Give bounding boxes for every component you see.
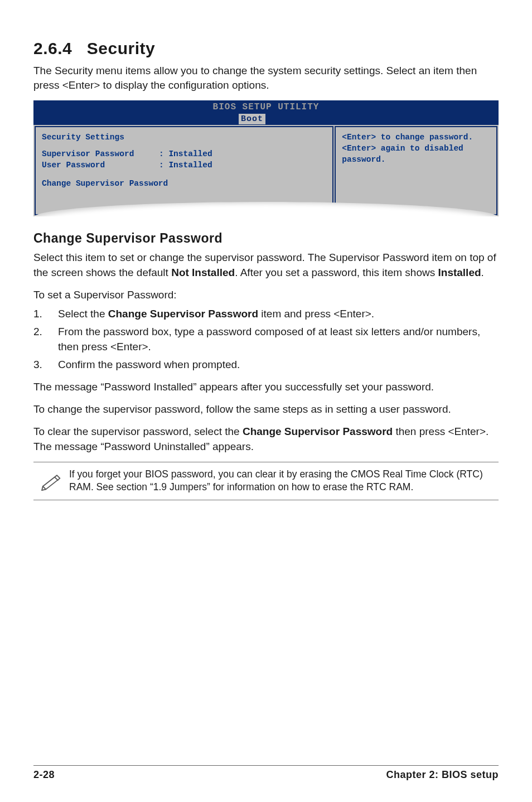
intro-paragraph: The Security menu items allow you to cha… <box>33 64 499 93</box>
bios-supervisor-value: : Installed <box>159 149 212 158</box>
bios-user-label: User Password <box>42 160 159 171</box>
subsection-paragraph-3: The message “Password Installed” appears… <box>33 380 499 394</box>
keyword-not-installed: Not Installed <box>171 267 235 278</box>
text-fragment: To clear the supervisor password, select… <box>33 426 243 437</box>
bios-active-tab: Boot <box>239 114 265 124</box>
page-footer: 2-28 Chapter 2: BIOS setup <box>33 765 499 781</box>
bios-change-item: Change Supervisor Password <box>42 178 326 190</box>
subsection-paragraph-2: To set a Supervisor Password: <box>33 288 499 302</box>
note-text: If you forget your BIOS password, you ca… <box>69 468 497 494</box>
bios-right-panel: <Enter> to change password. <Enter> agai… <box>335 126 497 215</box>
bios-banner: BIOS SETUP UTILITY <box>213 102 320 112</box>
bios-user-value: : Installed <box>159 161 212 170</box>
keyword-change-supervisor: Change Supervisor Password <box>243 426 393 437</box>
footer-chapter: Chapter 2: BIOS setup <box>386 769 499 781</box>
text-fragment: . <box>481 267 484 278</box>
keyword-change-supervisor: Change Supervisor Password <box>108 308 258 320</box>
text-fragment: item and press <Enter>. <box>258 308 374 320</box>
steps-list: 1. Select the Change Supervisor Password… <box>33 307 499 372</box>
section-heading: 2.6.4 Security <box>33 39 499 58</box>
bios-screenshot: BIOS SETUP UTILITY Boot Security Setting… <box>33 100 499 216</box>
text-fragment: From the password box, type a password c… <box>58 326 480 352</box>
subsection-heading: Change Supervisor Password <box>33 231 499 246</box>
section-title-text: Security <box>87 39 155 57</box>
note-pencil-icon <box>35 468 69 494</box>
bios-left-heading: Security Settings <box>42 132 326 143</box>
bios-supervisor-label: Supervisor Password <box>42 149 159 160</box>
list-item: 3. Confirm the password when prompted. <box>33 357 499 372</box>
bios-title-bar: BIOS SETUP UTILITY Boot <box>33 100 499 125</box>
text-fragment: . After you set a password, this item sh… <box>235 267 438 278</box>
subsection-paragraph-5: To clear the supervisor password, select… <box>33 424 499 453</box>
list-item: 2. From the password box, type a passwor… <box>33 325 499 354</box>
note-box: If you forget your BIOS password, you ca… <box>33 462 499 500</box>
bios-help-line1: <Enter> to change password. <box>342 132 490 143</box>
section-number: 2.6.4 <box>33 39 72 57</box>
subsection-paragraph-1: Select this item to set or change the su… <box>33 250 499 279</box>
text-fragment: Select the <box>58 308 108 320</box>
footer-page-number: 2-28 <box>33 769 55 781</box>
keyword-installed: Installed <box>438 267 481 278</box>
subsection-paragraph-4: To change the supervisor password, follo… <box>33 402 499 417</box>
list-item: 1. Select the Change Supervisor Password… <box>33 307 499 321</box>
bios-help-line2: <Enter> again to disabled password. <box>342 143 490 165</box>
text-fragment: Confirm the password when prompted. <box>58 359 240 370</box>
